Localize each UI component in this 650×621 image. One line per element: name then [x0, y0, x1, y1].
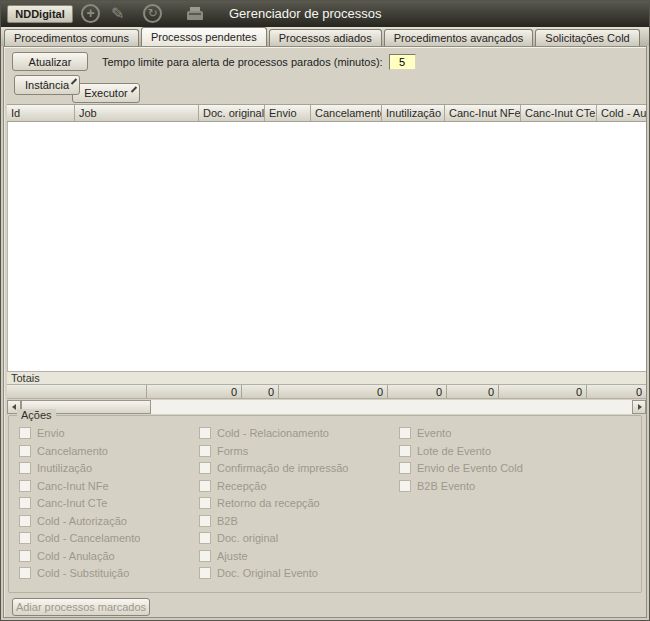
action-checkbox-cancelamento[interactable]: Cancelamento	[19, 444, 108, 458]
checkbox-icon	[399, 480, 411, 492]
checkbox-label: Ajuste	[217, 550, 248, 562]
checkbox-label: B2B	[217, 515, 238, 527]
checkbox-icon	[199, 532, 211, 544]
column-header-job[interactable]: Job	[75, 105, 199, 121]
checkbox-icon	[19, 497, 31, 509]
action-checkbox-cold-relacionamento[interactable]: Cold - Relacionamento	[199, 426, 329, 440]
totals-cell: 0	[447, 385, 499, 398]
action-checkbox-evento[interactable]: Evento	[399, 426, 451, 440]
checkbox-label: Canc-Inut CTe	[37, 497, 107, 509]
column-header-inutilizacao[interactable]: Inutilização	[382, 105, 445, 121]
checkbox-icon	[399, 462, 411, 474]
checkbox-label: Recepção	[217, 480, 267, 492]
column-header-envio[interactable]: Envio	[265, 105, 311, 121]
totals-row: 0 0 0 0 0 0 0	[7, 384, 646, 399]
checkbox-label: Forms	[217, 445, 248, 457]
page-title: Gerenciador de processos	[229, 6, 381, 21]
totals-cell: 0	[388, 385, 447, 398]
action-checkbox-canc-inut-nfe[interactable]: Canc-Inut NFe	[19, 479, 109, 493]
pin-icon	[131, 86, 137, 92]
checkbox-label: Cold - Cancelamento	[37, 532, 140, 544]
action-checkbox-lote-de-evento[interactable]: Lote de Evento	[399, 444, 491, 458]
tab-processos-pendentes[interactable]: Processos pendentes	[141, 27, 267, 46]
edit-icon[interactable]: ✎	[111, 4, 124, 23]
action-checkbox-ajuste[interactable]: Ajuste	[199, 549, 248, 563]
column-header-doc-original[interactable]: Doc. original	[199, 105, 265, 121]
checkbox-icon	[19, 480, 31, 492]
action-checkbox-confirmacao-de-impressao[interactable]: Confirmação de impressão	[199, 461, 348, 475]
action-checkbox-cold-substituicao[interactable]: Cold - Substituição	[19, 566, 129, 580]
checkbox-icon	[199, 445, 211, 457]
action-checkbox-cold-anulacao[interactable]: Cold - Anulação	[19, 549, 115, 563]
checkbox-icon	[199, 515, 211, 527]
totals-cell: 0	[587, 385, 646, 398]
checkbox-icon	[199, 427, 211, 439]
action-checkbox-doc-original-evento[interactable]: Doc. Original Evento	[199, 566, 318, 580]
tab-processos-adiados[interactable]: Processos adiados	[269, 29, 382, 46]
checkbox-icon	[19, 445, 31, 457]
tab-strip: Procedimentos comuns Processos pendentes…	[1, 27, 649, 46]
checkbox-label: Inutilização	[37, 462, 92, 474]
totals-cell	[7, 385, 147, 398]
scroll-right-icon[interactable]	[632, 400, 646, 414]
checkbox-label: Envio de Evento Cold	[417, 462, 523, 474]
action-checkbox-cold-autorizacao[interactable]: Cold - Autorização	[19, 514, 127, 528]
action-checkbox-envio[interactable]: Envio	[19, 426, 65, 440]
refresh-button[interactable]: Atualizar	[12, 52, 88, 71]
checkbox-icon	[19, 550, 31, 562]
checkbox-label: Retorno da recepção	[217, 497, 320, 509]
action-checkbox-recepcao[interactable]: Recepção	[199, 479, 267, 493]
executor-label: Executor	[84, 87, 127, 99]
tab-solicitacoes-cold[interactable]: Solicitações Cold	[535, 29, 639, 46]
table-body	[7, 122, 646, 371]
defer-marked-processes-button[interactable]: Adiar processos marcados	[12, 598, 150, 616]
pin-icon	[71, 78, 77, 84]
checkbox-icon	[19, 462, 31, 474]
tab-procedimentos-avancados[interactable]: Procedimentos avançados	[384, 29, 534, 46]
executor-button[interactable]: Executor	[72, 83, 140, 103]
checkbox-icon	[399, 445, 411, 457]
checkbox-icon	[399, 427, 411, 439]
refresh-icon[interactable]: ↻	[143, 4, 162, 23]
totals-caption: Totais	[7, 371, 646, 384]
nddigital-button[interactable]: NDDigital	[7, 5, 73, 23]
action-checkbox-inutilizacao[interactable]: Inutilização	[19, 461, 92, 475]
column-header-canc-inut-nfe[interactable]: Canc-Inut NFe	[445, 105, 521, 121]
column-header-cold-autorizacao[interactable]: Cold - Autori	[597, 105, 646, 121]
checkbox-label: Cold - Relacionamento	[217, 427, 329, 439]
action-checkbox-retorno-da-recepcao[interactable]: Retorno da recepção	[199, 496, 320, 510]
print-icon[interactable]	[187, 11, 203, 20]
title-bar: NDDigital + ✎ ↻ Gerenciador de processos	[1, 1, 649, 27]
column-header-id[interactable]: Id	[7, 105, 75, 121]
tab-procedimentos-comuns[interactable]: Procedimentos comuns	[4, 29, 139, 46]
action-checkbox-canc-inut-cte[interactable]: Canc-Inut CTe	[19, 496, 107, 510]
action-checkbox-cold-cancelamento[interactable]: Cold - Cancelamento	[19, 531, 140, 545]
action-checkbox-forms[interactable]: Forms	[199, 444, 248, 458]
column-header-canc-inut-cte[interactable]: Canc-Inut CTe	[521, 105, 597, 121]
instancia-button[interactable]: Instância	[14, 75, 80, 95]
checkbox-label: Evento	[417, 427, 451, 439]
totals-cell: 0	[499, 385, 587, 398]
timeout-input[interactable]	[389, 54, 416, 70]
content-panel: Atualizar Tempo limite para alerta de pr…	[3, 46, 647, 618]
app-window: NDDigital + ✎ ↻ Gerenciador de processos…	[0, 0, 650, 621]
checkbox-icon	[19, 532, 31, 544]
add-icon[interactable]: +	[81, 4, 100, 23]
checkbox-icon	[19, 515, 31, 527]
action-checkbox-b2b[interactable]: B2B	[199, 514, 238, 528]
checkbox-icon	[19, 427, 31, 439]
checkbox-label: Envio	[37, 427, 65, 439]
checkbox-label: Doc. Original Evento	[217, 567, 318, 579]
checkbox-icon	[19, 567, 31, 579]
action-checkbox-b2b-evento[interactable]: B2B Evento	[399, 479, 475, 493]
checkbox-label: Doc. original	[217, 532, 278, 544]
checkbox-label: Lote de Evento	[417, 445, 491, 457]
action-checkbox-envio-de-evento-cold[interactable]: Envio de Evento Cold	[399, 461, 523, 475]
totals-cell: 0	[147, 385, 242, 398]
column-header-cancelamento[interactable]: Cancelamento	[311, 105, 382, 121]
action-checkbox-doc-original[interactable]: Doc. original	[199, 531, 278, 545]
toolbar: Atualizar Tempo limite para alerta de pr…	[12, 51, 642, 72]
instancia-label: Instância	[25, 79, 69, 91]
horizontal-scrollbar[interactable]	[7, 400, 646, 414]
timeout-label: Tempo limite para alerta de processos pa…	[102, 56, 383, 68]
